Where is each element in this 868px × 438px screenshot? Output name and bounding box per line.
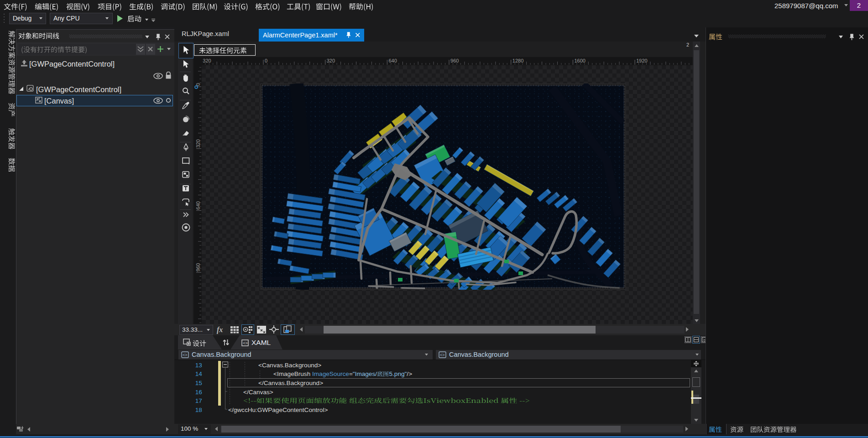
svg-text:320: 320 (203, 58, 211, 63)
svg-text:1920: 1920 (636, 58, 647, 63)
svg-text:640: 640 (388, 58, 397, 63)
svg-text:960: 960 (450, 58, 459, 63)
svg-text:<>: <> (440, 353, 445, 357)
svg-text:320: 320 (195, 139, 201, 147)
svg-text:0: 0 (265, 58, 267, 63)
svg-text:320: 320 (327, 58, 335, 63)
svg-text:1280: 1280 (512, 58, 523, 63)
svg-text:960: 960 (195, 263, 201, 271)
svg-text:1600: 1600 (575, 58, 586, 63)
svg-text:<>: <> (243, 341, 248, 345)
svg-text:640: 640 (195, 201, 201, 209)
svg-text:<>: <> (183, 353, 188, 357)
svg-text:fx: fx (217, 326, 223, 334)
